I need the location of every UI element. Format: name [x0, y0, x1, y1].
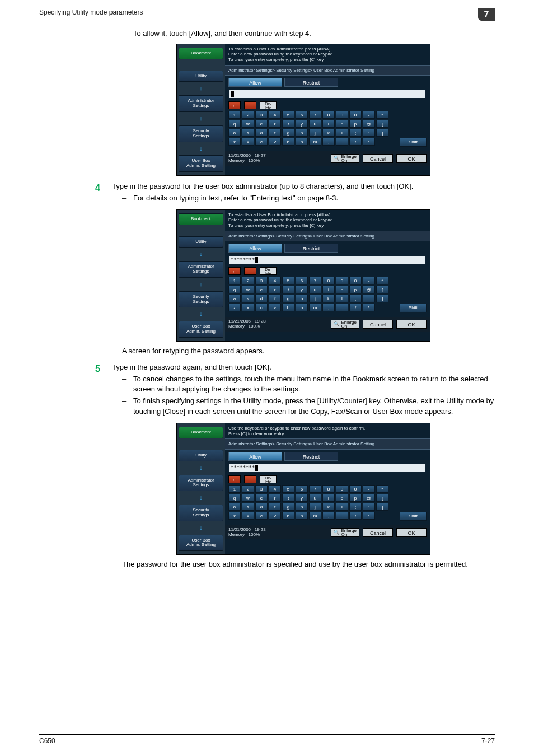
password-input[interactable]: ******** — [229, 464, 425, 472]
key-1[interactable]: 1 — [228, 485, 241, 493]
key-w[interactable]: w — [242, 494, 254, 502]
key-t[interactable]: t — [282, 120, 294, 128]
key-h[interactable]: h — [296, 503, 308, 511]
key-y[interactable]: y — [296, 494, 308, 502]
key-b[interactable]: b — [282, 512, 294, 520]
key-j[interactable]: j — [309, 129, 321, 137]
key-0[interactable]: 0 — [349, 111, 362, 119]
key-u[interactable]: u — [309, 120, 321, 128]
key-o[interactable]: o — [336, 286, 348, 293]
key-5[interactable]: 5 — [282, 111, 294, 119]
key-z[interactable]: z — [228, 304, 241, 311]
key-8[interactable]: 8 — [322, 111, 335, 119]
tab-restrict[interactable]: Restrict — [284, 244, 338, 253]
key-t[interactable]: t — [282, 286, 294, 293]
key-u[interactable]: u — [309, 286, 321, 293]
key-0[interactable]: 0 — [349, 485, 362, 493]
key-2[interactable]: 2 — [242, 485, 254, 493]
key-3[interactable]: 3 — [255, 277, 268, 284]
shift-button[interactable]: Shift — [400, 138, 427, 147]
key-p[interactable]: p — [349, 494, 362, 502]
key-x[interactable]: x — [242, 304, 254, 311]
ok-button[interactable]: OK — [396, 154, 427, 163]
key-z[interactable]: z — [228, 512, 241, 520]
key-u[interactable]: u — [309, 494, 321, 502]
key-w[interactable]: w — [242, 120, 254, 128]
tab-restrict[interactable]: Restrict — [284, 78, 338, 87]
key-m[interactable]: m — [309, 138, 321, 146]
key-\[interactable]: \ — [363, 512, 375, 520]
key-,[interactable]: , — [322, 304, 335, 311]
key-f[interactable]: f — [269, 503, 281, 511]
bookmark-button[interactable]: Bookmark — [179, 48, 223, 59]
tab-allow[interactable]: Allow — [228, 244, 282, 253]
shift-button[interactable]: Shift — [400, 304, 427, 312]
shift-button[interactable]: Shift — [400, 512, 427, 521]
key-/[interactable]: / — [349, 138, 362, 146]
key-@[interactable]: @ — [363, 286, 375, 293]
key-l[interactable]: l — [336, 503, 348, 511]
key-v[interactable]: v — [269, 138, 281, 146]
key-@[interactable]: @ — [363, 120, 375, 128]
key-v[interactable]: v — [269, 512, 281, 520]
key-s[interactable]: s — [242, 295, 254, 302]
key-;[interactable]: ; — [349, 295, 362, 302]
enlarge-button[interactable]: 🔍Enlarge On — [331, 320, 359, 329]
cursor-right-button[interactable]: → — [244, 475, 256, 483]
key-/[interactable]: / — [349, 304, 362, 311]
key-^[interactable]: ^ — [376, 111, 388, 119]
key-8[interactable]: 8 — [322, 277, 335, 284]
key-r[interactable]: r — [269, 286, 281, 293]
key-[[interactable]: [ — [376, 286, 388, 293]
key-s[interactable]: s — [242, 129, 254, 137]
key-7[interactable]: 7 — [309, 485, 321, 493]
key-k[interactable]: k — [322, 503, 335, 511]
key-^[interactable]: ^ — [376, 485, 388, 493]
key-7[interactable]: 7 — [309, 277, 321, 284]
key-x[interactable]: x — [242, 512, 254, 520]
key-o[interactable]: o — [336, 120, 348, 128]
enlarge-button[interactable]: 🔍Enlarge On — [331, 154, 359, 163]
key-s[interactable]: s — [242, 503, 254, 511]
key--[interactable]: - — [363, 111, 375, 119]
key-y[interactable]: y — [296, 120, 308, 128]
sidebar-admin[interactable]: Administrator Settings — [179, 475, 223, 492]
key-1[interactable]: 1 — [228, 111, 241, 119]
key-q[interactable]: q — [228, 494, 241, 502]
key-q[interactable]: q — [228, 120, 241, 128]
delete-button[interactable]: De- lete — [260, 267, 277, 275]
sidebar-admin[interactable]: Administrator Settings — [179, 95, 223, 112]
key-\[interactable]: \ — [363, 304, 375, 311]
key-1[interactable]: 1 — [228, 277, 241, 284]
key-p[interactable]: p — [349, 120, 362, 128]
sidebar-utility[interactable]: Utility — [179, 71, 223, 82]
key-m[interactable]: m — [309, 512, 321, 520]
key-.[interactable]: . — [336, 304, 348, 311]
key-.[interactable]: . — [336, 138, 348, 146]
password-input[interactable] — [229, 90, 425, 98]
key-:[interactable]: : — [363, 295, 375, 302]
sidebar-security[interactable]: Security Settings — [179, 291, 223, 308]
key-,[interactable]: , — [322, 512, 335, 520]
key-o[interactable]: o — [336, 494, 348, 502]
key-5[interactable]: 5 — [282, 277, 294, 284]
cancel-button[interactable]: Cancel — [363, 528, 393, 537]
key-f[interactable]: f — [269, 295, 281, 302]
key-.[interactable]: . — [336, 512, 348, 520]
key-a[interactable]: a — [228, 503, 241, 511]
key-2[interactable]: 2 — [242, 111, 254, 119]
key-n[interactable]: n — [296, 138, 308, 146]
key-5[interactable]: 5 — [282, 485, 294, 493]
key-q[interactable]: q — [228, 286, 241, 293]
tab-allow[interactable]: Allow — [228, 78, 282, 87]
key-0[interactable]: 0 — [349, 277, 362, 284]
key-f[interactable]: f — [269, 129, 281, 137]
key-6[interactable]: 6 — [296, 277, 308, 284]
key--[interactable]: - — [363, 485, 375, 493]
key-x[interactable]: x — [242, 138, 254, 146]
key-r[interactable]: r — [269, 494, 281, 502]
key-4[interactable]: 4 — [269, 277, 281, 284]
key-9[interactable]: 9 — [336, 111, 348, 119]
key-c[interactable]: c — [255, 138, 268, 146]
key-b[interactable]: b — [282, 138, 294, 146]
